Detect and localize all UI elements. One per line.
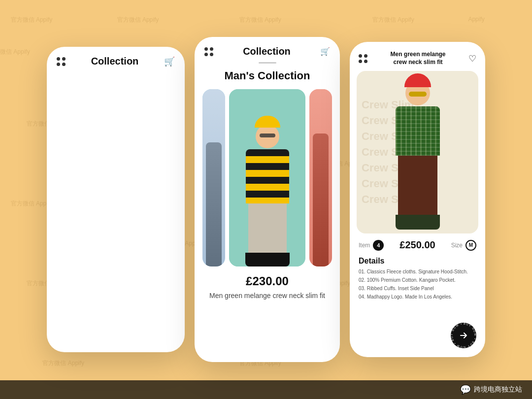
phone3-header: Men green melange crew neck slim fit ♡: [350, 42, 485, 71]
product-price: £230.00: [204, 274, 330, 288]
buy-now-button[interactable]: BUY NOW • BUY NOW • BUY NOW •: [451, 323, 476, 348]
product-price-3: £250.00: [399, 239, 435, 251]
product-name: Men green melange crew neck slim fit: [204, 291, 330, 301]
categories-list: Children Man Woman 🔍: [47, 72, 185, 94]
item-count-group: Item 4: [359, 240, 384, 251]
carousel-item-left[interactable]: [202, 89, 225, 266]
item-count-badge: 4: [373, 240, 384, 251]
phone-2: Collection 🛒 Man's Collection: [195, 37, 340, 362]
phone-1: Collection 🛒 Children Man Woman 🔍: [47, 47, 185, 352]
menu-dots-2[interactable]: [204, 47, 213, 56]
product-title-header: Men green melange crew neck slim fit: [390, 51, 445, 66]
heart-icon[interactable]: ♡: [468, 53, 476, 64]
phone1-title: Collection: [91, 56, 139, 67]
price-section: £230.00 Men green melange crew neck slim…: [195, 266, 340, 301]
phone-3: Men green melange crew neck slim fit ♡ C…: [350, 42, 485, 357]
phone2-title: Collection: [243, 46, 291, 57]
detail-line-1: 01. Classics Fleece cloths. Signature Ho…: [359, 268, 476, 275]
cart-icon[interactable]: 🛒: [164, 56, 175, 67]
buy-now-text-circle: BUY NOW • BUY NOW • BUY NOW •: [451, 323, 476, 348]
product-carousel[interactable]: [195, 89, 340, 266]
details-section: Details 01. Classics Fleece cloths. Sign…: [350, 254, 485, 305]
product-image-area: Crew Slim Crew Slim Crew Slim Crew Slim …: [357, 71, 478, 233]
phone2-header: Collection 🛒: [195, 37, 340, 62]
detail-line-2: 02. 100% Premium Cotton. Kangaro Pocket.: [359, 277, 476, 284]
cart-icon-2[interactable]: 🛒: [320, 47, 330, 56]
svg-text:BUY NOW • BUY NOW • BUY NOW •: BUY NOW • BUY NOW • BUY NOW •: [451, 323, 476, 348]
size-label: Size: [451, 242, 463, 249]
detail-line-3: 03. Ribbed Cuffs. Inset Side Panel: [359, 285, 476, 292]
bottom-bar: 💬 跨境电商独立站: [0, 380, 532, 399]
section-title: Man's Collection: [195, 69, 340, 82]
menu-dots-3[interactable]: [359, 54, 367, 63]
detail-line-4: 04. Madhappy Logo. Made In Los Angeles.: [359, 294, 476, 300]
product-meta: Item 4 £250.00 Size M: [350, 233, 485, 254]
bottom-bar-text: 跨境电商独立站: [474, 385, 522, 394]
details-title: Details: [359, 257, 476, 266]
menu-dots[interactable]: [57, 57, 66, 66]
price-group: £250.00: [399, 239, 435, 251]
phone1-header: Collection 🛒: [47, 47, 185, 72]
item-label: Item: [359, 242, 370, 249]
carousel-item-right[interactable]: [309, 89, 332, 266]
phones-container: Collection 🛒 Children Man Woman 🔍: [47, 37, 485, 362]
size-group: Size M: [451, 240, 476, 251]
divider: [259, 62, 276, 64]
product-figure: [383, 81, 452, 233]
carousel-item-main[interactable]: [229, 89, 305, 266]
wechat-icon: 💬: [460, 384, 471, 395]
size-badge: M: [466, 240, 476, 251]
